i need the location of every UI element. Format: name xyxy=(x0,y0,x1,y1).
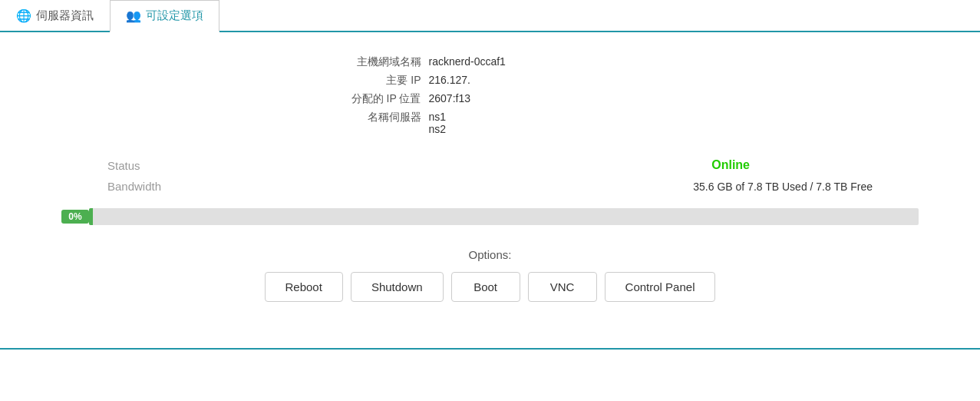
bandwidth-label: Bandwidth xyxy=(107,180,246,193)
tab-server-info-label: 伺服器資訊 xyxy=(36,8,94,23)
nameserver-row: 名稱伺服器 ns1 ns2 xyxy=(260,111,721,135)
bottom-border xyxy=(0,348,980,350)
status-label: Status xyxy=(107,159,246,172)
allocated-ip-value: 2607:f13 xyxy=(429,92,471,106)
boot-button[interactable]: Boot xyxy=(451,272,520,302)
tab-bar: 🌐 伺服器資訊 👥 可設定選項 xyxy=(0,0,980,32)
progress-bar xyxy=(89,208,919,225)
options-section: Options: Reboot Shutdown Boot VNC Contro… xyxy=(31,248,949,302)
bandwidth-section: Bandwidth 35.6 GB of 7.8 TB Used / 7.8 T… xyxy=(31,180,949,193)
main-ip-label: 主要 IP xyxy=(260,74,429,88)
shutdown-button[interactable]: Shutdown xyxy=(351,272,444,302)
people-icon: 👥 xyxy=(126,8,141,23)
nameserver-1: ns1 xyxy=(429,111,447,123)
nameserver-label: 名稱伺服器 xyxy=(260,111,429,135)
progress-bar-container: 0% xyxy=(61,208,919,225)
status-row: Status Online xyxy=(31,158,949,172)
tab-settings[interactable]: 👥 可設定選項 xyxy=(110,0,219,32)
hostname-value: racknerd-0ccaf1 xyxy=(429,55,506,69)
main-ip-value: 216.127. xyxy=(429,74,471,88)
nameserver-2: ns2 xyxy=(429,123,447,135)
allocated-ip-label: 分配的 IP 位置 xyxy=(260,92,429,106)
tab-server-info[interactable]: 🌐 伺服器資訊 xyxy=(0,0,110,31)
hostname-label: 主機網域名稱 xyxy=(260,55,429,69)
server-info-table: 主機網域名稱 racknerd-0ccaf1 主要 IP 216.127. 分配… xyxy=(260,55,721,135)
options-buttons: Reboot Shutdown Boot VNC Control Panel xyxy=(31,272,949,302)
status-value: Online xyxy=(711,158,750,172)
main-content: 主機網域名稱 racknerd-0ccaf1 主要 IP 216.127. 分配… xyxy=(0,32,980,325)
allocated-ip-row: 分配的 IP 位置 2607:f13 xyxy=(260,92,721,106)
vnc-button[interactable]: VNC xyxy=(528,272,597,302)
bandwidth-value: 35.6 GB of 7.8 TB Used / 7.8 TB Free xyxy=(693,181,873,193)
progress-percent-label: 0% xyxy=(61,210,89,224)
globe-icon: 🌐 xyxy=(16,8,31,23)
tab-settings-label: 可設定選項 xyxy=(146,8,203,23)
bandwidth-row: Bandwidth 35.6 GB of 7.8 TB Used / 7.8 T… xyxy=(61,180,919,193)
progress-fill xyxy=(89,208,93,225)
reboot-button[interactable]: Reboot xyxy=(265,272,343,302)
hostname-row: 主機網域名稱 racknerd-0ccaf1 xyxy=(260,55,721,69)
main-ip-row: 主要 IP 216.127. xyxy=(260,74,721,88)
nameserver-value: ns1 ns2 xyxy=(429,111,447,135)
options-title: Options: xyxy=(31,248,949,261)
control-panel-button[interactable]: Control Panel xyxy=(605,272,716,302)
